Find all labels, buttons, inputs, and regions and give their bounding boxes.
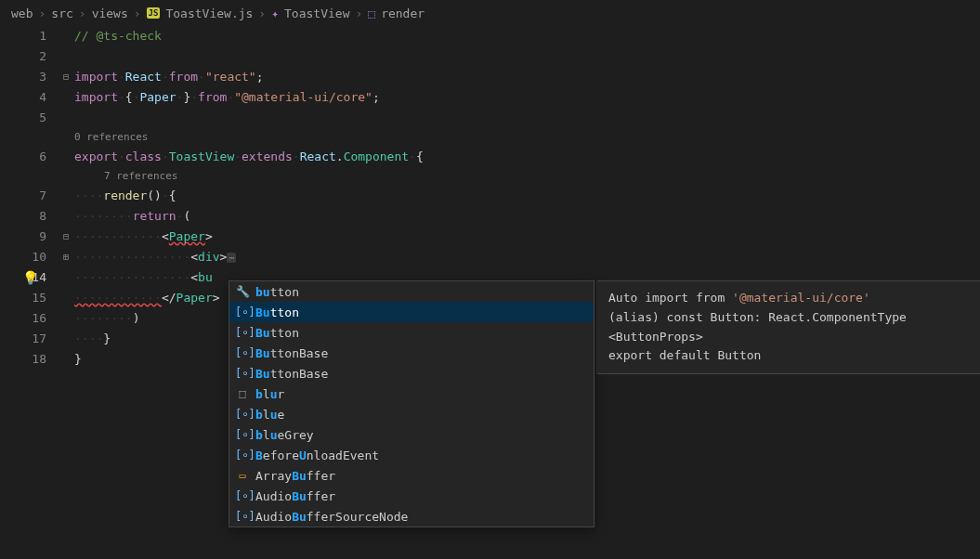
code-text: from — [169, 70, 198, 84]
chevron-right-icon: › — [258, 6, 266, 20]
code-text: Paper — [169, 229, 205, 243]
autocomplete-label: button — [255, 285, 299, 299]
code-text: "react" — [205, 70, 256, 84]
line-number: 10 — [0, 247, 46, 267]
documentation-popup: × Auto import from '@material-ui/core' (… — [596, 280, 980, 374]
autocomplete-item[interactable]: [∘]BeforeUnloadEvent — [229, 445, 594, 465]
autocomplete-item[interactable]: [∘]blue — [229, 404, 594, 424]
code-text: React — [125, 70, 162, 84]
line-number: 4 — [0, 87, 46, 108]
autocomplete-label: blueGrey — [255, 428, 314, 442]
suggestion-kind-icon: [∘] — [235, 367, 250, 380]
code-text: ToastView — [169, 150, 234, 163]
fold-gutter: ⊟ ⊟ ⊞ — [58, 26, 74, 559]
line-number: 7 — [0, 186, 46, 206]
doc-text: <ButtonProps> — [608, 328, 980, 347]
autocomplete-item[interactable]: ▭ArrayBuffer — [229, 465, 594, 486]
line-number: 18 — [0, 349, 46, 370]
code-text: from — [198, 90, 227, 104]
code-text: // @ts-check — [74, 29, 162, 43]
code-editor[interactable]: 1 2 3 4 5 6 7 8 9 10 14 15 16 17 18 ⊟ ⊟ … — [0, 26, 980, 559]
autocomplete-label: blue — [255, 408, 284, 422]
line-number: 3 — [0, 67, 46, 87]
class-icon: ✦ — [271, 6, 279, 20]
line-number: 2 — [0, 46, 46, 67]
suggestion-kind-icon: [∘] — [235, 428, 250, 441]
codelens-spacer — [0, 167, 46, 186]
suggestion-kind-icon: ▭ — [235, 469, 250, 482]
autocomplete-item[interactable]: [∘]blueGrey — [229, 424, 594, 445]
line-number-gutter: 1 2 3 4 5 6 7 8 9 10 14 15 16 17 18 — [0, 26, 58, 559]
doc-text: (alias) const Button: React.ComponentTyp… — [608, 308, 980, 328]
autocomplete-item[interactable]: [∘]ButtonBase — [229, 363, 594, 384]
fold-expand-icon[interactable]: ⊞ — [58, 247, 74, 267]
doc-text: '@material-ui/core' — [732, 291, 870, 305]
breadcrumb-segment[interactable]: views — [92, 6, 128, 20]
lightbulb-icon[interactable]: 💡 — [22, 267, 38, 288]
code-text: "@material-ui/core" — [234, 90, 372, 104]
code-area[interactable]: // @ts-check import·React·from·"react"; … — [74, 26, 980, 559]
autocomplete-item[interactable]: [∘]AudioBuffer — [229, 486, 594, 506]
line-number: 16 — [0, 308, 46, 329]
code-text: render — [103, 188, 147, 202]
chevron-right-icon: › — [79, 6, 86, 20]
fold-collapse-icon[interactable]: ⊟ — [58, 67, 74, 87]
autocomplete-item[interactable]: [∘]AudioBufferSourceNode — [229, 506, 594, 526]
autocomplete-item[interactable]: [∘]ButtonBase — [229, 343, 594, 363]
autocomplete-popup[interactable]: 🔧button[∘]Button[∘]Button[∘]ButtonBase[∘… — [229, 280, 595, 527]
line-number: 8 — [0, 206, 46, 227]
breadcrumb-symbol[interactable]: ToastView — [284, 6, 349, 20]
autocomplete-label: BeforeUnloadEvent — [255, 448, 379, 462]
folded-code-indicator[interactable]: ⋯ — [227, 253, 236, 263]
suggestion-kind-icon: [∘] — [235, 489, 250, 502]
autocomplete-item[interactable]: 🔧button — [229, 281, 594, 302]
code-text: class — [125, 150, 162, 163]
autocomplete-label: ArrayBuffer — [255, 469, 335, 483]
suggestion-kind-icon: 🔧 — [235, 285, 250, 298]
breadcrumb-segment[interactable]: web — [11, 6, 33, 20]
codelens-references[interactable]: 7 references — [74, 167, 980, 186]
line-number: 6 — [0, 147, 46, 167]
code-text: React — [300, 150, 336, 163]
codelens-references[interactable]: 0 references — [74, 128, 980, 147]
js-file-icon: JS — [147, 7, 161, 19]
suggestion-kind-icon: [∘] — [235, 448, 250, 462]
suggestion-kind-icon: ⬚ — [235, 387, 250, 400]
autocomplete-label: ButtonBase — [255, 367, 328, 381]
doc-text: export default Button — [608, 346, 980, 366]
suggestion-kind-icon: [∘] — [235, 510, 250, 523]
code-text: return — [133, 209, 176, 223]
method-icon: ⬚ — [368, 6, 375, 20]
fold-collapse-icon[interactable]: ⊟ — [58, 227, 74, 247]
code-text: Component — [344, 150, 409, 163]
suggestion-kind-icon: [∘] — [235, 306, 250, 318]
line-number: 5 — [0, 108, 46, 128]
autocomplete-label: Button — [255, 306, 299, 319]
breadcrumb-segment[interactable]: src — [51, 6, 72, 20]
code-text: div — [198, 250, 219, 264]
code-text: import — [74, 90, 118, 104]
chevron-right-icon: › — [134, 6, 141, 20]
suggestion-kind-icon: [∘] — [235, 346, 250, 359]
chevron-right-icon: › — [38, 6, 46, 20]
line-number: 9 — [0, 227, 46, 247]
code-text: extends — [242, 150, 293, 163]
line-number: 15 — [0, 288, 46, 308]
codelens-spacer — [0, 128, 46, 147]
code-text: Paper — [139, 90, 176, 104]
code-text: bu — [198, 270, 213, 284]
code-text: Paper — [176, 291, 213, 305]
autocomplete-item[interactable]: [∘]Button — [229, 322, 594, 343]
autocomplete-label: Button — [255, 326, 299, 340]
suggestion-kind-icon: [∘] — [235, 326, 250, 339]
doc-text: Auto import from — [608, 291, 732, 305]
autocomplete-label: ButtonBase — [255, 346, 328, 360]
suggestion-kind-icon: [∘] — [235, 408, 250, 421]
code-text: export — [74, 150, 118, 163]
breadcrumb-symbol[interactable]: render — [381, 6, 425, 20]
breadcrumb-file[interactable]: ToastView.js — [165, 6, 253, 20]
autocomplete-item[interactable]: [∘]Button — [229, 302, 594, 322]
line-number: 1 — [0, 26, 46, 46]
autocomplete-item[interactable]: ⬚blur — [229, 384, 594, 404]
line-number: 17 — [0, 329, 46, 349]
